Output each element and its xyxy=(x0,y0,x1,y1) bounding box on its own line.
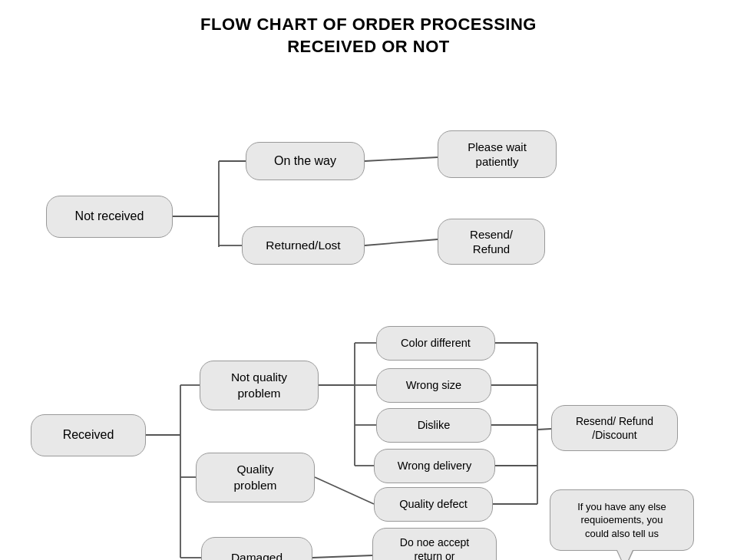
on-the-way-node: On the way xyxy=(246,142,365,180)
not-quality-node: Not qualityproblem xyxy=(200,361,319,410)
title-line1: FLOW CHART OF ORDER PROCESSING xyxy=(0,14,737,36)
resend-refund-top-node: Resend/Refund xyxy=(438,219,545,265)
wrong-size-node: Wrong size xyxy=(376,368,491,403)
do-not-accept-node: Do noe acceptreturn orexchange xyxy=(372,528,497,560)
svg-line-25 xyxy=(537,429,551,430)
speech-bubble-node: If you have any elserequioements, youcou… xyxy=(550,489,694,551)
svg-line-18 xyxy=(312,555,372,558)
flowchart: Not received On the way Please waitpatie… xyxy=(0,61,737,560)
svg-line-17 xyxy=(315,477,374,504)
svg-line-4 xyxy=(365,157,438,161)
dislike-node: Dislike xyxy=(376,408,491,443)
wrong-delivery-node: Wrong delivery xyxy=(374,449,495,483)
not-received-node: Not received xyxy=(46,196,173,238)
received-node: Received xyxy=(31,414,146,456)
title-line2: RECEIVED OR NOT xyxy=(0,36,737,58)
quality-defect-node: Quality defect xyxy=(374,487,493,522)
svg-line-5 xyxy=(365,239,438,245)
returned-lost-node: Returned/Lost xyxy=(242,226,365,265)
resend-refund-discount-node: Resend/ Refund/Discount xyxy=(551,405,678,451)
damaged-node: Damaged xyxy=(201,537,312,560)
color-different-node: Color different xyxy=(376,326,495,361)
please-wait-node: Please waitpatiently xyxy=(438,130,557,178)
title: FLOW CHART OF ORDER PROCESSING RECEIVED … xyxy=(0,0,737,58)
connectors-svg xyxy=(0,61,737,560)
quality-problem-node: Qualityproblem xyxy=(196,453,315,502)
